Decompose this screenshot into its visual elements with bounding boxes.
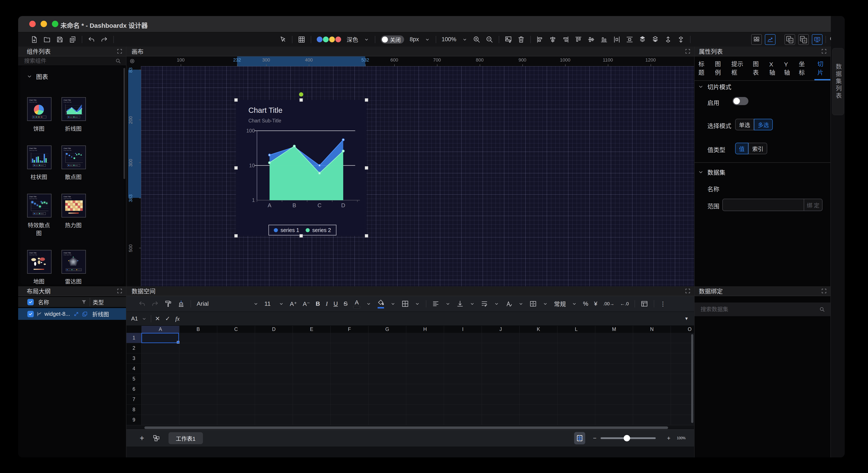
underline-icon[interactable]: U [334,300,338,307]
column-header-F[interactable]: F [331,326,368,333]
snap-toggle[interactable]: 关闭 [381,35,404,43]
cell-D4[interactable] [255,364,293,374]
column-header-M[interactable]: M [595,326,633,333]
bold-icon[interactable]: B [316,300,320,307]
row-header-2[interactable]: 2 [126,343,142,353]
cell-N7[interactable] [633,394,671,405]
zoom-slider-knob[interactable] [624,435,630,441]
cell-J2[interactable] [482,343,520,353]
cell-D2[interactable] [255,343,293,353]
cell-F6[interactable] [331,384,368,394]
zoom-in-icon[interactable] [473,36,480,43]
cell-F4[interactable] [331,364,368,374]
cell-C7[interactable] [217,394,255,405]
font-family-select[interactable]: Arial [197,300,259,307]
cancel-edit-icon[interactable]: ✕ [155,315,160,322]
corner-cell[interactable] [126,326,142,333]
chevron-down-icon[interactable] [366,301,371,306]
maximize-window-button[interactable] [52,21,58,27]
expand-panel-icon[interactable] [117,48,123,54]
component-search-input[interactable] [18,57,115,64]
cell-K3[interactable] [520,353,557,364]
cell-A5[interactable] [142,374,179,384]
tab-标题[interactable]: 标题 [698,56,709,80]
distribute-horizontal-icon[interactable] [613,36,620,43]
theme-colors[interactable] [317,36,341,42]
zoom-slider-track[interactable] [600,437,656,439]
cell-F5[interactable] [331,374,368,384]
cell-C8[interactable] [217,405,255,415]
align-center-horizontal-icon[interactable] [549,36,556,43]
cell-B6[interactable] [179,384,217,394]
resize-handle-e[interactable] [365,166,368,170]
cell-B8[interactable] [179,405,217,415]
cell-O4[interactable] [671,364,694,374]
cell-L6[interactable] [557,384,595,394]
column-header-C[interactable]: C [217,326,255,333]
expand-panel-icon[interactable] [821,288,827,294]
new-file-icon[interactable] [31,36,38,43]
cell-N8[interactable] [633,405,671,415]
cell-D6[interactable] [255,384,293,394]
resize-widget-icon[interactable] [73,311,79,317]
column-header-H[interactable]: H [406,326,444,333]
cell-I7[interactable] [444,394,482,405]
paint-format-icon[interactable] [164,300,172,307]
segment-option-单选[interactable]: 单选 [735,119,754,130]
cell-I3[interactable] [444,353,482,364]
tab-图表[interactable]: 图表 [752,56,764,80]
fill-handle[interactable] [177,341,179,344]
cell-H6[interactable] [406,384,444,394]
component-item-map[interactable]: Chart TitleChart Sub-Title地图 [27,250,62,285]
text-rotate-icon[interactable] [505,300,513,307]
range-input[interactable] [723,199,804,211]
cell-E3[interactable] [293,353,331,364]
cell-J9[interactable] [482,415,520,425]
cell-L7[interactable] [557,394,595,405]
row-header-7[interactable]: 7 [126,394,142,405]
vertical-align-icon[interactable] [457,300,464,307]
column-header-G[interactable]: G [368,326,406,333]
cell-O1[interactable] [671,333,694,343]
send-to-back-icon[interactable] [652,36,659,43]
cell-E9[interactable] [293,415,331,425]
cell-C6[interactable] [217,384,255,394]
cell-N6[interactable] [633,384,671,394]
horizontal-scrollbar[interactable] [144,426,668,429]
cell-D1[interactable] [255,333,293,343]
row-header-9[interactable]: 9 [126,415,142,425]
cell-H2[interactable] [406,343,444,353]
grid-view-toggle[interactable] [574,432,585,444]
cell-K5[interactable] [520,374,557,384]
cell-G2[interactable] [368,343,406,353]
chevron-down-icon[interactable] [542,301,548,306]
cell-J1[interactable] [482,333,520,343]
expand-formula-icon[interactable]: ▼ [684,316,689,321]
cell-L4[interactable] [557,364,595,374]
chart-view-button[interactable] [765,34,776,45]
zoom-in-sheet-icon[interactable]: + [667,435,671,442]
more-options-icon[interactable]: ⋮ [660,300,666,307]
cell-J5[interactable] [482,374,520,384]
delete-icon[interactable] [518,36,525,43]
ruler-origin-icon[interactable] [129,58,135,64]
row-header-1[interactable]: 1 [126,333,142,343]
cell-L1[interactable] [557,333,595,343]
align-bottom-icon[interactable] [600,36,608,43]
canvas-grid-icon[interactable] [298,36,305,43]
cell-I4[interactable] [444,364,482,374]
cell-F2[interactable] [331,343,368,353]
translate-cn-en-button[interactable]: 文En [784,34,795,45]
column-header-B[interactable]: B [179,326,217,333]
cell-A4[interactable] [142,364,179,374]
grid-size-label[interactable]: 8px [410,36,419,43]
cell-N3[interactable] [633,353,671,364]
chevron-down-icon[interactable] [571,301,577,306]
row-header-6[interactable]: 6 [126,384,142,394]
rotate-handle[interactable] [299,92,303,96]
cell-G5[interactable] [368,374,406,384]
cell-F8[interactable] [331,405,368,415]
tab-提示框[interactable]: 提示框 [731,56,747,80]
resize-handle-sw[interactable] [234,234,238,238]
cell-O6[interactable] [671,384,694,394]
